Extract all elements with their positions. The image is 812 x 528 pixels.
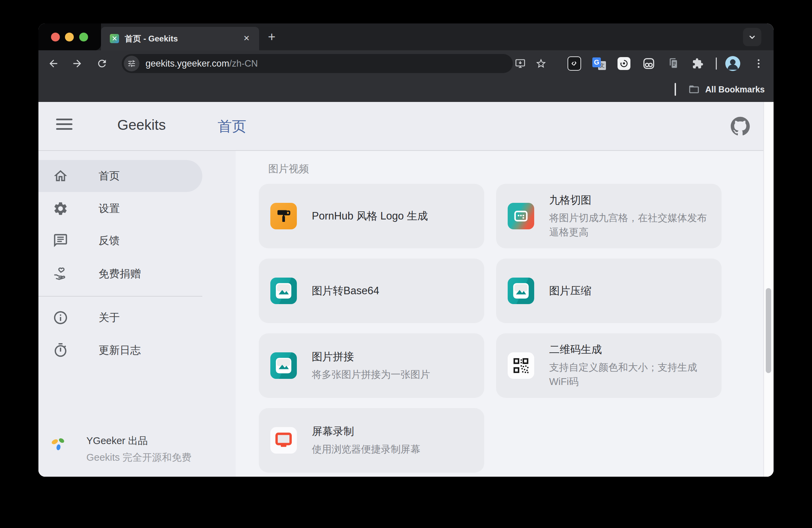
tool-card-grid: PornHub 风格 Logo 生成 — [259, 184, 722, 473]
fullscreen-window-button[interactable] — [79, 33, 88, 42]
person-icon — [725, 56, 740, 71]
window-controls — [39, 24, 101, 50]
grid-crop-icon — [508, 203, 534, 229]
card-title: 图片压缩 — [549, 284, 591, 298]
reload-icon[interactable] — [96, 58, 108, 69]
extension-clipboard-button[interactable] — [667, 57, 680, 70]
current-page-title: 首页 — [218, 117, 246, 136]
home-refresh-icon — [618, 57, 630, 70]
screen-record-icon — [270, 427, 297, 454]
site-settings-button[interactable] — [124, 56, 140, 71]
timer-icon — [53, 343, 68, 358]
card-image-to-base64[interactable]: 图片转Base64 — [259, 259, 484, 323]
sidebar: 首页 设置 反馈 免费捐赠 — [39, 151, 236, 477]
sidebar-divider — [39, 296, 202, 297]
image-icon — [508, 277, 534, 304]
ygeeker-logo-icon — [50, 436, 67, 453]
url-text[interactable]: geekits.ygeeker.com/zh-CN — [146, 58, 258, 69]
card-title: PornHub 风格 Logo 生成 — [312, 209, 428, 223]
copy-pages-icon — [668, 58, 679, 69]
browser-toolbar: geekits.ygeeker.com/zh-CN 文G — [39, 50, 773, 77]
sidebar-item-changelog[interactable]: 更新日志 — [39, 334, 202, 366]
menu-hamburger-icon[interactable] — [56, 119, 72, 133]
page-scrollbar[interactable] — [763, 102, 773, 477]
forward-icon[interactable] — [71, 58, 83, 69]
info-icon — [53, 310, 68, 326]
extension-mask-button[interactable] — [642, 57, 656, 70]
all-bookmarks-button[interactable]: All Bookmarks — [705, 85, 765, 94]
sidebar-footer: YGeeker 出品 Geekits 完全开源和免费 — [50, 434, 191, 465]
card-image-compress[interactable]: 图片压缩 — [496, 259, 722, 323]
image-icon — [270, 277, 297, 304]
section-title: 图片视频 — [268, 162, 309, 176]
web-page: Geekits 首页 首页 设置 反馈 — [39, 102, 773, 477]
bookmarks-separator — [675, 83, 676, 96]
gear-icon — [53, 201, 68, 216]
folder-icon — [688, 84, 700, 95]
sidebar-item-settings[interactable]: 设置 — [39, 193, 202, 225]
card-title: 图片转Base64 — [312, 284, 379, 298]
extension-home-refresh-button[interactable] — [617, 57, 631, 70]
sidebar-item-home[interactable]: 首页 — [39, 160, 202, 192]
address-bar[interactable]: geekits.ygeeker.com/zh-CN — [122, 54, 513, 73]
goggles-icon — [642, 57, 655, 70]
card-subtitle: 使用浏览器便捷录制屏幕 — [312, 442, 420, 456]
translate-icon: 文G — [592, 57, 606, 70]
hand-heart-icon — [53, 266, 68, 282]
new-tab-button[interactable]: + — [265, 30, 278, 44]
sidebar-item-label: 关于 — [99, 311, 120, 325]
sidebar-item-label: 更新日志 — [99, 343, 141, 358]
card-title: 屏幕录制 — [312, 424, 420, 439]
home-icon — [53, 168, 68, 184]
card-pornhub-logo[interactable]: PornHub 风格 Logo 生成 — [259, 184, 484, 248]
extension-devtool-button[interactable] — [567, 57, 581, 70]
browser-tab[interactable]: 首页 - Geekits × — [101, 27, 259, 50]
card-title: 二维码生成 — [549, 343, 709, 357]
site-header: Geekits 首页 — [39, 102, 773, 151]
tab-strip: 首页 - Geekits × + — [39, 24, 773, 50]
tab-close-icon[interactable]: × — [241, 33, 252, 45]
sidebar-item-label: 免费捐赠 — [99, 267, 141, 281]
sidebar-item-label: 设置 — [99, 201, 120, 216]
bookmark-star-icon[interactable] — [535, 58, 547, 69]
card-subtitle: 将多张图片拼接为一张图片 — [312, 368, 430, 381]
sidebar-item-donate[interactable]: 免费捐赠 — [39, 258, 202, 290]
back-icon[interactable] — [48, 58, 59, 69]
page-body: 首页 设置 反馈 免费捐赠 — [39, 151, 773, 477]
card-title: 图片拼接 — [312, 350, 430, 364]
main-content: 图片视频 PornHub 风格 Logo 生成 — [236, 151, 764, 477]
install-app-icon[interactable] — [514, 58, 526, 69]
card-image-stitch[interactable]: 图片拼接 将多张图片拼接为一张图片 — [259, 333, 484, 398]
feedback-icon — [53, 233, 68, 248]
sidebar-item-about[interactable]: 关于 — [39, 302, 202, 334]
image-icon — [270, 352, 297, 379]
site-brand[interactable]: Geekits — [117, 117, 165, 133]
close-window-button[interactable] — [51, 33, 60, 42]
minimize-window-button[interactable] — [65, 33, 74, 42]
scrollbar-thumb[interactable] — [766, 288, 771, 373]
bookmarks-bar: All Bookmarks — [39, 77, 773, 102]
extension-translate-button[interactable]: 文G — [592, 57, 606, 70]
browser-menu-icon[interactable] — [755, 58, 763, 69]
card-qrcode-generator[interactable]: 二维码生成 支持自定义颜色和大小；支持生成WiFi码 — [496, 333, 722, 398]
card-subtitle: 将图片切成九宫格，在社交媒体发布逼格更高 — [549, 211, 709, 239]
github-icon[interactable] — [731, 117, 750, 136]
tab-title: 首页 - Geekits — [125, 33, 178, 44]
code-icon — [567, 56, 581, 71]
footer-tagline: Geekits 完全开源和免费 — [86, 451, 191, 465]
card-subtitle: 支持自定义颜色和大小；支持生成WiFi码 — [549, 361, 709, 388]
card-title: 九格切图 — [549, 193, 709, 207]
card-screen-record[interactable]: 屏幕录制 使用浏览器便捷录制屏幕 — [259, 408, 484, 473]
sidebar-item-label: 首页 — [99, 169, 120, 183]
card-nine-grid-crop[interactable]: 九格切图 将图片切成九宫格，在社交媒体发布逼格更高 — [496, 184, 722, 248]
profile-avatar[interactable] — [725, 56, 740, 71]
tab-search-button[interactable] — [743, 28, 761, 46]
paint-roller-icon — [270, 203, 297, 229]
extensions-puzzle-icon[interactable] — [692, 58, 704, 69]
qrcode-icon — [508, 352, 534, 379]
sidebar-item-feedback[interactable]: 反馈 — [39, 225, 202, 257]
browser-window: 首页 - Geekits × + geekits.ygeeker.com/zh-… — [39, 24, 773, 477]
sidebar-item-label: 反馈 — [99, 233, 120, 248]
tune-icon — [127, 59, 136, 68]
site-favicon-icon — [110, 34, 119, 43]
